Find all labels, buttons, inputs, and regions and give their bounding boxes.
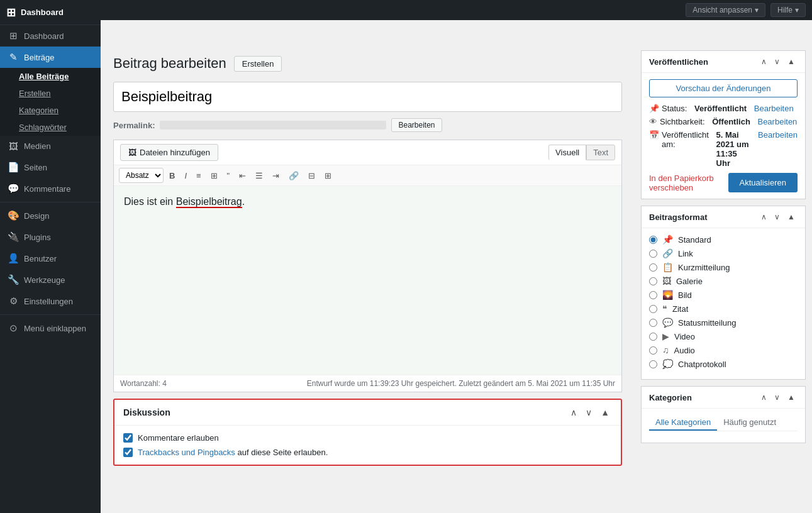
link-button[interactable]: 🔗	[285, 168, 303, 183]
align-center-button[interactable]: ☰	[252, 168, 267, 183]
ansicht-anpassen-button[interactable]: Ansicht anpassen ▾	[686, 3, 765, 17]
sidebar-item-medien[interactable]: 🖼 Medien	[0, 136, 101, 157]
format-radio-bild[interactable]	[649, 291, 657, 299]
einstellungen-icon: ⚙	[8, 295, 19, 307]
format-option-video: ▶ Video	[649, 331, 798, 341]
more-button[interactable]: ⊞	[321, 168, 335, 183]
sidebar-item-design[interactable]: 🎨 Design	[0, 205, 101, 226]
veroffentlichen-down-button[interactable]: ∨	[772, 56, 782, 67]
sidebar-item-seiten[interactable]: 📄 Seiten	[0, 157, 101, 178]
veroffentlichen-up-button[interactable]: ∧	[759, 56, 769, 67]
format-radio-kurzmitteilung[interactable]	[649, 263, 657, 272]
discussion-controls: ∧ ∨ ▲	[568, 406, 612, 419]
kategorien-up-button[interactable]: ∧	[759, 392, 769, 403]
blockquote-button[interactable]: "	[223, 168, 234, 183]
format-option-zitat: ❝ Zitat	[649, 304, 798, 314]
date-edit-link[interactable]: Bearbeiten	[758, 130, 798, 140]
sidebar-item-alle-beitraege[interactable]: Alle Beiträge	[0, 68, 101, 85]
tab-alle-kategorien[interactable]: Alle Kategorien	[649, 415, 717, 431]
sichtbarkeit-edit-link[interactable]: Bearbeiten	[757, 117, 797, 126]
format-radio-link[interactable]	[649, 250, 657, 258]
format-option-statusmitteilung: 💬 Statusmitteilung	[649, 317, 798, 328]
format-label-video: Video	[674, 332, 695, 341]
preview-button[interactable]: Vorschau der Änderungen	[649, 79, 798, 97]
beitragsformat-body: 📌 Standard 🔗 Link 📋 Kurzmitteilung 🖼 Ga	[642, 228, 805, 379]
align-right-button[interactable]: ⇥	[269, 168, 283, 183]
sidebar-item-benutzer[interactable]: 👤 Benutzer	[0, 248, 101, 269]
discussion-down-button[interactable]: ∨	[583, 406, 594, 419]
italic-button[interactable]: I	[181, 168, 191, 183]
format-radio-video[interactable]	[649, 333, 657, 341]
status-row: 📌 Status: Veröffentlicht Bearbeiten	[649, 104, 798, 113]
hilfe-button[interactable]: Hilfe ▾	[770, 3, 806, 17]
align-left-button[interactable]: ⇤	[235, 168, 250, 183]
kategorien-collapse-button[interactable]: ▲	[785, 392, 798, 403]
editor-tabs: Visuell Text	[548, 145, 615, 160]
format-label-audio: Audio	[674, 346, 695, 355]
sidebar-item-erstellen[interactable]: Erstellen	[0, 85, 101, 102]
tab-visuell[interactable]: Visuell	[548, 145, 586, 160]
beitragsformat-collapse-button[interactable]: ▲	[785, 211, 798, 223]
add-media-button[interactable]: 🖼 Dateien hinzufügen	[120, 144, 218, 161]
kategorien-title: Kategorien	[649, 393, 692, 402]
allow-trackbacks-label: Trackbacks und Pingbacks auf diese Seite…	[138, 448, 328, 457]
format-label-bild: Bild	[678, 290, 692, 300]
calendar-icon: 📅	[649, 130, 659, 140]
bild-icon: 🌄	[662, 290, 673, 300]
format-option-link: 🔗 Link	[649, 248, 798, 258]
comments-row: Kommentare erlauben	[123, 433, 612, 443]
sidebar-item-kategorien[interactable]: Kategorien	[0, 102, 101, 119]
format-radio-zitat[interactable]	[649, 305, 657, 313]
beitragsformat-box: Beitragsformat ∧ ∨ ▲ 📌 Standard 🔗 Link	[641, 206, 806, 380]
beitragsformat-controls: ∧ ∨ ▲	[759, 211, 798, 223]
allow-comments-checkbox[interactable]	[123, 433, 133, 443]
example-word: Beispielbeitrag	[176, 196, 242, 208]
beitragsformat-title: Beitragsformat	[649, 212, 707, 222]
format-radio-galerie[interactable]	[649, 277, 657, 285]
kategorien-down-button[interactable]: ∨	[772, 392, 782, 403]
discussion-title: Diskussion	[123, 407, 170, 417]
update-button[interactable]: Aktualisieren	[728, 173, 798, 192]
sidebar-item-plugins[interactable]: 🔌 Plugins	[0, 226, 101, 248]
sidebar-item-werkzeuge[interactable]: 🔧 Werkzeuge	[0, 269, 101, 290]
galerie-icon: 🖼	[662, 276, 671, 286]
sidebar-item-einstellungen[interactable]: ⚙ Einstellungen	[0, 290, 101, 312]
sidebar-item-beitraege[interactable]: ✎ Beiträge	[0, 47, 101, 68]
beitragsformat-up-button[interactable]: ∧	[759, 211, 769, 223]
sidebar-logo: ⊞ Dashboard	[0, 0, 101, 25]
discussion-collapse-button[interactable]: ▲	[598, 406, 612, 419]
allow-trackbacks-checkbox[interactable]	[123, 448, 133, 457]
discussion-up-button[interactable]: ∧	[568, 406, 579, 419]
kommentare-icon: 💬	[8, 183, 19, 194]
benutzer-icon: 👤	[8, 253, 19, 264]
sidebar-item-menu-einklappen[interactable]: ⊙ Menü einklappen	[0, 317, 101, 339]
bold-button[interactable]: B	[165, 168, 179, 183]
format-radio-audio[interactable]	[649, 346, 657, 355]
format-label-galerie: Galerie	[676, 277, 703, 286]
plugins-icon: 🔌	[8, 231, 19, 243]
kurzmitteilung-icon: 📋	[662, 262, 673, 272]
sidebar-item-dashboard[interactable]: ⊞ Dashboard	[0, 25, 101, 47]
erstellen-button[interactable]: Erstellen	[234, 56, 282, 72]
chatprotokoll-icon: 💭	[662, 359, 673, 369]
tab-text[interactable]: Text	[586, 145, 615, 160]
paragraph-select[interactable]: Absatz	[119, 168, 164, 183]
veroffentlichen-collapse-button[interactable]: ▲	[785, 56, 798, 67]
format-radio-standard[interactable]	[649, 236, 657, 244]
tab-haeufig-genutzt[interactable]: Häufig genutzt	[717, 415, 782, 431]
post-title-input[interactable]	[113, 82, 622, 112]
unordered-list-button[interactable]: ≡	[192, 168, 205, 183]
status-edit-link[interactable]: Bearbeiten	[754, 104, 794, 113]
sidebar-item-kommentare[interactable]: 💬 Kommentare	[0, 178, 101, 199]
trackbacks-link[interactable]: Trackbacks und Pingbacks	[138, 448, 235, 457]
format-radio-chatprotokoll[interactable]	[649, 360, 657, 368]
table-button[interactable]: ⊟	[304, 168, 319, 183]
permalink-edit-button[interactable]: Bearbeiten	[391, 118, 442, 132]
chevron-down-icon: ▾	[755, 6, 759, 14]
beitragsformat-down-button[interactable]: ∨	[772, 211, 782, 223]
format-radio-statusmitteilung[interactable]	[649, 319, 657, 327]
sidebar-item-schlagwoerter[interactable]: Schlagwörter	[0, 119, 101, 136]
ordered-list-button[interactable]: ⊞	[207, 168, 221, 183]
trash-link[interactable]: In den Papierkorb verschieben	[649, 174, 728, 192]
editor-body[interactable]: Dies ist ein Beispielbeitrag.	[114, 186, 621, 375]
